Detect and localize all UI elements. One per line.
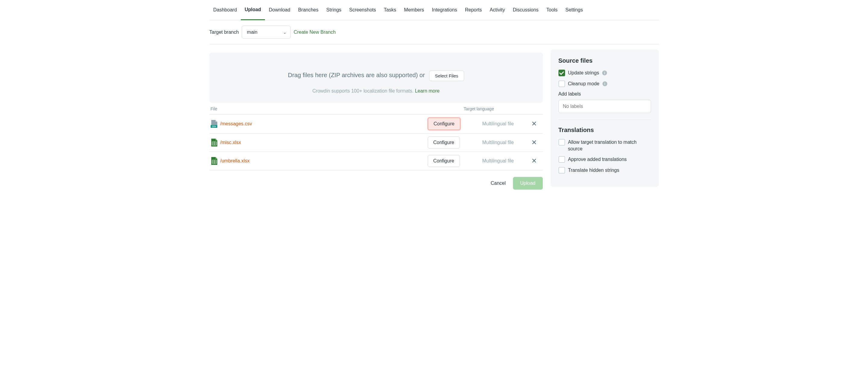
- nav-item-strings[interactable]: Strings: [322, 0, 345, 20]
- allow-match-checkbox[interactable]: [558, 139, 565, 146]
- table-header: File Target language: [210, 103, 543, 115]
- update-strings-checkbox[interactable]: [558, 70, 565, 76]
- divider: [558, 120, 651, 120]
- allow-match-row: Allow target translation to match source: [558, 139, 651, 152]
- approve-added-label: Approve added translations: [568, 157, 627, 162]
- approve-added-row: Approve added translations: [558, 156, 651, 163]
- header-file: File: [211, 107, 464, 111]
- configure-button[interactable]: Configure: [428, 118, 461, 130]
- file-cell: /umbrella.xlsx: [211, 157, 428, 165]
- nav-item-integrations[interactable]: Integrations: [428, 0, 461, 20]
- dropzone[interactable]: Drag files here (ZIP archives are also s…: [210, 53, 543, 103]
- nav-item-download[interactable]: Download: [265, 0, 294, 20]
- svg-text:CSV: CSV: [212, 125, 216, 127]
- branch-selected-value: main: [247, 30, 257, 35]
- sidebar: Source files Update strings i Cleanup mo…: [551, 50, 659, 187]
- target-language: Multilingual file: [470, 158, 527, 164]
- file-name[interactable]: /misc.xlsx: [220, 140, 241, 145]
- configure-button[interactable]: Configure: [428, 155, 460, 167]
- close-icon[interactable]: ✕: [531, 158, 537, 164]
- cancel-button[interactable]: Cancel: [491, 181, 506, 186]
- table-row: /umbrella.xlsxConfigureMultilingual file…: [210, 152, 543, 170]
- table-row: CSV/messages.csvConfigureMultilingual fi…: [210, 115, 543, 133]
- info-icon[interactable]: i: [602, 81, 607, 86]
- labels-input[interactable]: [558, 100, 651, 113]
- file-name[interactable]: /umbrella.xlsx: [220, 158, 250, 164]
- nav-item-reports[interactable]: Reports: [461, 0, 486, 20]
- update-strings-label: Update strings: [568, 70, 599, 75]
- branch-row: Target branch main ⌄ Create New Branch: [210, 20, 659, 44]
- configure-button[interactable]: Configure: [428, 136, 460, 149]
- nav-item-tools[interactable]: Tools: [542, 0, 561, 20]
- branch-select[interactable]: main ⌄: [242, 26, 290, 38]
- xlsx-file-icon: [211, 157, 217, 165]
- approve-added-checkbox[interactable]: [558, 156, 565, 163]
- translate-hidden-checkbox[interactable]: [558, 167, 565, 174]
- nav-item-tasks[interactable]: Tasks: [380, 0, 400, 20]
- create-branch-link[interactable]: Create New Branch: [293, 30, 336, 35]
- nav-item-dashboard[interactable]: Dashboard: [210, 0, 241, 20]
- header-target: Target language: [464, 107, 527, 111]
- target-language: Multilingual file: [470, 121, 527, 127]
- footer-actions: Cancel Upload: [210, 170, 543, 196]
- files-table: File Target language CSV/messages.csvCon…: [210, 103, 543, 170]
- nav-item-settings[interactable]: Settings: [561, 0, 587, 20]
- target-branch-label: Target branch: [210, 30, 239, 35]
- translate-hidden-row: Translate hidden strings: [558, 167, 651, 174]
- learn-more-link[interactable]: Learn more: [415, 88, 440, 93]
- csv-file-icon: CSV: [211, 120, 217, 128]
- cleanup-mode-row: Cleanup mode i: [558, 81, 651, 87]
- table-row: /misc.xlsxConfigureMultilingual file✕: [210, 133, 543, 152]
- update-strings-row: Update strings i: [558, 70, 651, 76]
- allow-match-label: Allow target translation to match source: [568, 139, 651, 152]
- file-name[interactable]: /messages.csv: [220, 121, 252, 127]
- file-cell: CSV/messages.csv: [211, 120, 428, 128]
- dropzone-text: Drag files here (ZIP archives are also s…: [288, 72, 425, 79]
- cleanup-mode-label: Cleanup mode: [568, 81, 599, 87]
- chevron-down-icon: ⌄: [283, 30, 287, 35]
- select-files-button[interactable]: Select Files: [429, 70, 464, 81]
- nav-item-upload[interactable]: Upload: [241, 0, 265, 20]
- close-icon[interactable]: ✕: [531, 139, 537, 146]
- close-icon[interactable]: ✕: [531, 121, 537, 127]
- nav-item-branches[interactable]: Branches: [294, 0, 322, 20]
- nav-item-screenshots[interactable]: Screenshots: [345, 0, 380, 20]
- translations-title: Translations: [558, 127, 651, 133]
- nav-item-activity[interactable]: Activity: [486, 0, 509, 20]
- main-nav: DashboardUploadDownloadBranchesStringsSc…: [210, 0, 659, 20]
- upload-button[interactable]: Upload: [513, 177, 543, 190]
- add-labels-label: Add labels: [558, 91, 651, 97]
- translate-hidden-label: Translate hidden strings: [568, 168, 619, 173]
- cleanup-mode-checkbox[interactable]: [558, 81, 565, 87]
- info-icon[interactable]: i: [602, 70, 607, 75]
- xlsx-file-icon: [211, 139, 217, 147]
- supports-text: Crowdin supports 100+ localization file …: [216, 88, 537, 94]
- nav-item-members[interactable]: Members: [400, 0, 428, 20]
- source-files-title: Source files: [558, 57, 651, 64]
- nav-item-discussions[interactable]: Discussions: [509, 0, 542, 20]
- file-cell: /misc.xlsx: [211, 139, 428, 147]
- target-language: Multilingual file: [470, 140, 527, 145]
